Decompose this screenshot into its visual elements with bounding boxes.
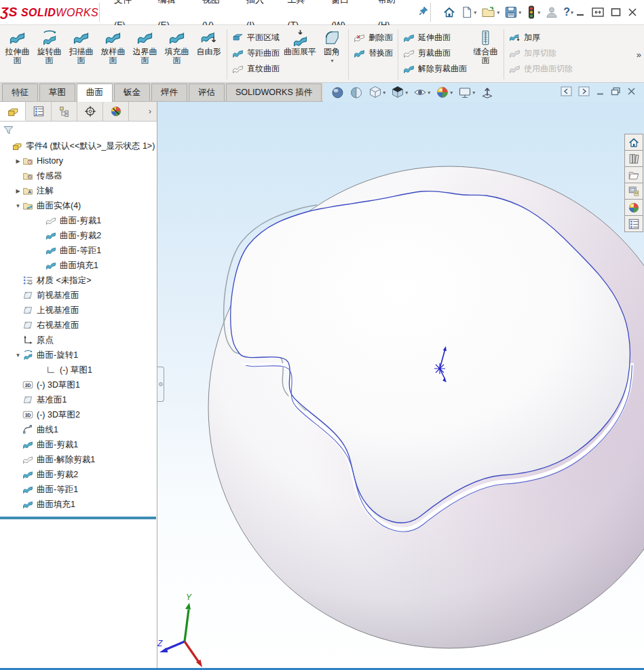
tree-item-front-plane[interactable]: 前视基准面 <box>0 288 157 303</box>
expand-arrow-icon[interactable]: ▼ <box>14 352 22 358</box>
zoom-to-fit-icon[interactable] <box>330 86 345 100</box>
save-button[interactable]: ▾ <box>502 4 523 20</box>
close-document-icon[interactable] <box>627 86 636 98</box>
delete-face-button[interactable]: 删除面 <box>354 31 393 43</box>
edit-appearance-icon[interactable]: ▾ <box>434 85 454 100</box>
minimize-button[interactable] <box>575 7 585 17</box>
tree-item-curve1[interactable]: 曲线1 <box>0 422 157 437</box>
tree-item-surface-bodies[interactable]: ▼曲面实体(4) <box>0 198 157 213</box>
tree-item-surface-revolve1[interactable]: ▼曲面-旋转1 <box>0 348 157 362</box>
panel-splitter-handle[interactable] <box>157 367 164 402</box>
graphics-viewport[interactable]: Y Z X <box>157 102 644 670</box>
tree-item-surface-offset1-body[interactable]: 曲面-等距1 <box>0 243 157 258</box>
caret-icon[interactable]: ▾ <box>571 10 573 16</box>
next-pane-icon[interactable] <box>578 86 590 99</box>
caret-icon[interactable]: ▾ <box>518 10 521 16</box>
view-orientation-icon[interactable]: ▾ <box>367 85 387 100</box>
extruded-surface-button[interactable]: 拉伸曲面 <box>1 26 33 65</box>
open-document-button[interactable]: ▾ <box>479 4 501 20</box>
view-settings-icon[interactable] <box>479 85 495 100</box>
rollback-bar[interactable] <box>0 517 156 519</box>
knit-surface-button[interactable]: 缝合曲面 <box>470 26 501 65</box>
close-button[interactable] <box>628 7 637 17</box>
custom-properties-button[interactable] <box>624 215 643 232</box>
tree-item-plane1[interactable]: 基准面1 <box>0 392 157 407</box>
apply-scene-icon[interactable]: ▾ <box>457 86 476 100</box>
caret-icon[interactable]: ▾ <box>537 10 540 16</box>
previous-pane-icon[interactable] <box>561 86 572 99</box>
panel-expand-arrow[interactable]: › <box>143 102 157 121</box>
extend-surface-button[interactable]: 延伸曲面 <box>403 31 467 43</box>
file-explorer-button[interactable] <box>624 166 643 183</box>
maximize-button[interactable] <box>611 7 621 17</box>
swept-surface-button[interactable]: 扫描曲面 <box>65 26 97 65</box>
tab-features[interactable]: 特征 <box>2 83 38 101</box>
help-button[interactable]: ?▾ <box>561 5 575 20</box>
trim-surface-button[interactable]: 剪裁曲面 <box>403 47 467 59</box>
rebuild-button[interactable]: ▾ <box>524 3 542 21</box>
tree-item-surface-fill1-body[interactable]: 曲面填充1 <box>0 258 157 273</box>
display-style-icon[interactable]: ▾ <box>390 85 409 100</box>
tree-item-surface-trim2-body[interactable]: 曲面-剪裁2 <box>0 228 157 243</box>
tab-evaluate[interactable]: 评估 <box>189 83 225 101</box>
resize-panes-button[interactable] <box>592 7 604 17</box>
home-tab-button[interactable] <box>624 134 643 151</box>
tree-item-material[interactable]: 材质 <未指定> <box>0 273 157 288</box>
home-button[interactable] <box>440 4 458 20</box>
caret-icon[interactable]: ▾ <box>472 90 475 96</box>
caret-icon[interactable]: ▾ <box>330 56 333 65</box>
tree-item-annotations[interactable]: ▶注解 <box>0 183 157 198</box>
tree-item-surface-trim1-body[interactable]: 曲面-剪裁1 <box>0 213 157 228</box>
caret-icon[interactable]: ▾ <box>450 90 453 96</box>
replace-face-button[interactable]: 替换面 <box>354 47 393 59</box>
tab-surfaces[interactable]: 曲面 <box>77 83 113 102</box>
expand-arrow-icon[interactable]: ▶ <box>14 158 22 164</box>
tab-display-manager[interactable] <box>103 102 129 121</box>
minimize-document-icon[interactable] <box>596 86 605 98</box>
untrim-surface-button[interactable]: 解除剪裁曲面 <box>403 62 467 75</box>
section-view-icon[interactable] <box>348 86 364 100</box>
tab-property-manager[interactable] <box>26 102 52 121</box>
tab-dimxpert[interactable] <box>77 102 103 121</box>
user-account-icon[interactable] <box>543 4 561 20</box>
tree-item-3dsketch1[interactable]: (-) 3D草图1 <box>0 377 157 392</box>
tab-sketch[interactable]: 草图 <box>39 83 75 101</box>
restore-document-icon[interactable] <box>611 86 621 98</box>
caret-icon[interactable]: ▾ <box>474 10 476 16</box>
tab-configurations[interactable] <box>52 102 77 121</box>
tree-item-3dsketch2[interactable]: (-) 3D草图2 <box>0 407 157 422</box>
tree-item-sensors[interactable]: 传感器 <box>0 168 157 183</box>
tree-item-surface-trim2[interactable]: 曲面-剪裁2 <box>0 467 157 482</box>
tree-item-right-plane[interactable]: 右视基准面 <box>0 318 157 333</box>
new-document-button[interactable]: ▾ <box>459 4 478 20</box>
tree-item-history[interactable]: ▶History <box>0 153 157 168</box>
tree-item-surface-fill1[interactable]: 曲面填充1 <box>0 497 157 512</box>
offset-surface-button[interactable]: 等距曲面 <box>232 47 280 59</box>
fillet-button[interactable]: 圆角▾ <box>318 26 346 65</box>
tree-item-origin[interactable]: 原点 <box>0 333 157 348</box>
lofted-surface-button[interactable]: 放样曲面 <box>97 26 129 65</box>
tab-weldments[interactable]: 焊件 <box>151 83 187 101</box>
ribbon-overflow-button[interactable]: » <box>634 50 644 60</box>
planar-surface-button[interactable]: 平面区域 <box>232 31 280 43</box>
caret-icon[interactable]: ▾ <box>497 10 499 16</box>
caret-icon[interactable]: ▾ <box>405 90 408 96</box>
flatten-surface-button[interactable]: 曲面展平 <box>282 26 318 56</box>
caret-icon[interactable]: ▾ <box>428 90 430 96</box>
tree-item-top-plane[interactable]: 上视基准面 <box>0 303 157 318</box>
tree-item-part-root[interactable]: 零件4 (默认<<默认>_显示状态 1>) <box>0 138 157 153</box>
expand-arrow-icon[interactable]: ▶ <box>14 188 22 194</box>
boundary-surface-button[interactable]: 边界曲面 <box>129 26 161 65</box>
revolved-surface-button[interactable]: 旋转曲面 <box>33 26 65 65</box>
freeform-button[interactable]: 自由形 <box>193 26 225 56</box>
tree-item-surface-untrim1[interactable]: 曲面-解除剪裁1 <box>0 452 157 467</box>
caret-icon[interactable]: ▾ <box>383 90 385 96</box>
tree-item-surface-trim1[interactable]: 曲面-剪裁1 <box>0 437 157 452</box>
tab-sheet-metal[interactable]: 钣金 <box>114 83 150 101</box>
view-palette-button[interactable] <box>624 183 643 200</box>
hide-show-items-icon[interactable]: ▾ <box>412 86 432 99</box>
ruled-surface-button[interactable]: 直纹曲面 <box>232 62 280 75</box>
pin-menu-icon[interactable] <box>417 5 431 19</box>
design-library-button[interactable] <box>624 150 643 167</box>
filter-icon[interactable] <box>3 124 14 136</box>
